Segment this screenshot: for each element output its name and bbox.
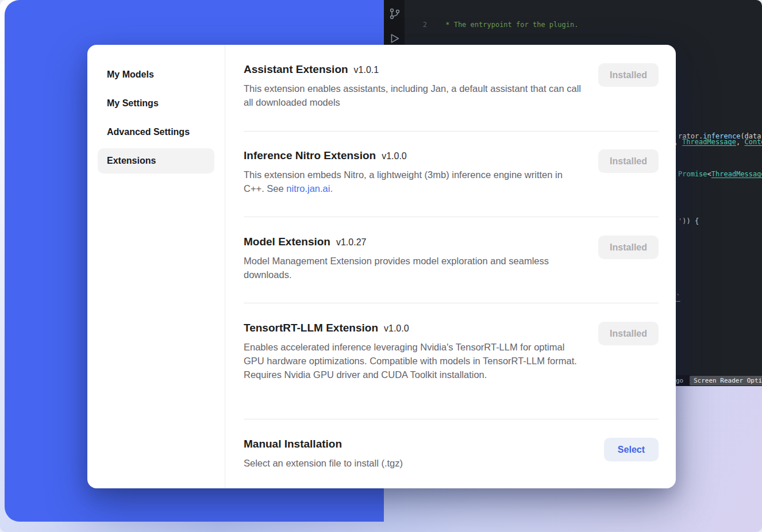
extension-description: This extension enables assistants, inclu…	[244, 82, 586, 109]
installed-button[interactable]: Installed	[598, 322, 659, 345]
screen-reader-status-chip[interactable]: Screen Reader Optimize	[690, 376, 762, 385]
extension-version: v1.0.0	[382, 151, 407, 161]
section-divider	[244, 419, 659, 419]
manual-installation-title: Manual Installation	[244, 438, 342, 450]
extension-item-assistant: Assistant Extension v1.0.1 This extensio…	[244, 63, 659, 109]
extension-title: Inference Nitro Extension	[244, 149, 376, 162]
manual-installation-description: Select an extension file to install (.tg…	[244, 456, 586, 470]
extension-item-tensorrt-llm: TensortRT-LLM Extension v1.0.0 Enables a…	[244, 322, 659, 381]
select-file-button[interactable]: Select	[604, 438, 659, 461]
sidebar-item-advanced-settings[interactable]: Advanced Settings	[98, 119, 214, 145]
line-number: 2	[384, 20, 427, 30]
status-text: go	[676, 377, 683, 384]
code-fragment: rator.inference(data));	[678, 132, 762, 140]
extension-item-inference-nitro: Inference Nitro Extension v1.0.0 This ex…	[244, 149, 659, 195]
code-fragment: Promise<ThreadMessage>	[678, 170, 762, 178]
extension-title: Assistant Extension	[244, 63, 348, 76]
sidebar-item-my-models[interactable]: My Models	[98, 62, 214, 87]
section-divider	[244, 217, 659, 217]
extension-title: TensortRT-LLM Extension	[244, 322, 378, 334]
extension-description: This extension embeds Nitro, a lightweig…	[244, 168, 586, 195]
installed-button[interactable]: Installed	[598, 236, 659, 259]
extension-item-model: Model Extension v1.0.27 Model Management…	[244, 236, 659, 282]
extension-version: v1.0.27	[336, 237, 366, 248]
manual-installation-item: Manual Installation Select an extension …	[244, 438, 659, 470]
extensions-panel: Assistant Extension v1.0.1 This extensio…	[244, 45, 659, 488]
installed-button[interactable]: Installed	[598, 63, 659, 87]
sidebar-item-my-settings[interactable]: My Settings	[98, 91, 214, 116]
code-fragment: ')) {	[678, 217, 699, 225]
sidebar-item-extensions[interactable]: Extensions	[98, 148, 214, 174]
extension-version: v1.0.0	[384, 323, 409, 334]
installed-button[interactable]: Installed	[598, 149, 659, 173]
code-text: * The entrypoint for the plugin.	[427, 20, 578, 30]
extension-description: Enables accelerated inference leveraging…	[244, 340, 586, 381]
section-divider	[244, 131, 659, 132]
settings-sidebar: My Models My Settings Advanced Settings …	[87, 45, 225, 488]
section-divider	[244, 303, 659, 303]
code-line: 2 * The entrypoint for the plugin.	[384, 20, 762, 30]
extension-description: Model Management Extension provides mode…	[244, 254, 586, 282]
settings-modal: My Models My Settings Advanced Settings …	[87, 45, 676, 488]
extension-version: v1.0.1	[354, 65, 379, 75]
nitro-jan-ai-link[interactable]: nitro.jan.ai.	[286, 183, 333, 194]
app-screen: 2 * The entrypoint for the plugin. 3 */ …	[0, 0, 762, 532]
extension-title: Model Extension	[244, 236, 330, 248]
